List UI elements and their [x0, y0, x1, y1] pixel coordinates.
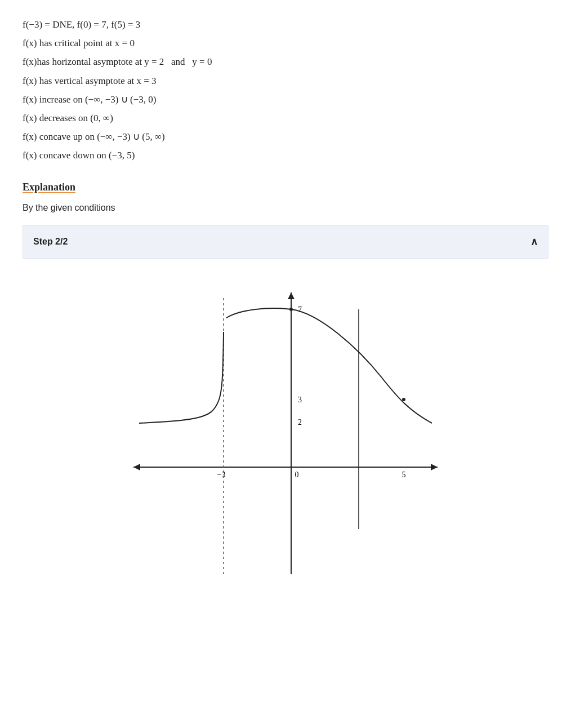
point-f0 [289, 308, 293, 311]
condition-line-3: f(x)has horizontal asymptote at y = 2 an… [23, 54, 548, 69]
step-label: Step 2/2 [33, 234, 68, 249]
x-five-label: 5 [402, 470, 406, 479]
condition-line-1: f(−3) = DNE, f(0) = 7, f(5) = 3 [23, 17, 548, 32]
right-branch-curve [226, 308, 432, 423]
condition-line-7: f(x) concave up on (−∞, −3) ∪ (5, ∞) [23, 129, 548, 144]
condition-line-8: f(x) concave down on (−3, 5) [23, 148, 548, 163]
condition-line-2: f(x) has critical point at x = 0 [23, 35, 548, 51]
explanation-subtitle: By the given conditions [23, 201, 548, 215]
point-f5 [402, 398, 405, 401]
svg-marker-2 [431, 464, 438, 470]
x-neg3-label: −3 [217, 470, 226, 479]
step-header[interactable]: Step 2/2 ∧ [23, 225, 548, 259]
condition-line-5: f(x) increase on (−∞, −3) ∪ (−3, 0) [23, 92, 548, 107]
y-two-label: 2 [298, 418, 302, 427]
function-graph: −3 0 5 7 3 2 [117, 276, 454, 585]
svg-marker-1 [133, 464, 140, 470]
graph-container: −3 0 5 7 3 2 [117, 276, 454, 585]
condition-line-4: f(x) has vertical asymptote at x = 3 [23, 73, 548, 88]
svg-marker-4 [288, 292, 295, 299]
x-zero-label: 0 [295, 470, 299, 479]
y-three-label: 3 [298, 396, 302, 404]
conditions-block: f(−3) = DNE, f(0) = 7, f(5) = 3 f(x) has… [23, 17, 548, 163]
condition-line-6: f(x) decreases on (0, ∞) [23, 110, 548, 126]
left-branch-curve [139, 332, 224, 423]
explanation-title: Explanation [23, 179, 548, 196]
collapse-icon[interactable]: ∧ [530, 234, 538, 250]
y-seven-label: 7 [298, 305, 302, 314]
